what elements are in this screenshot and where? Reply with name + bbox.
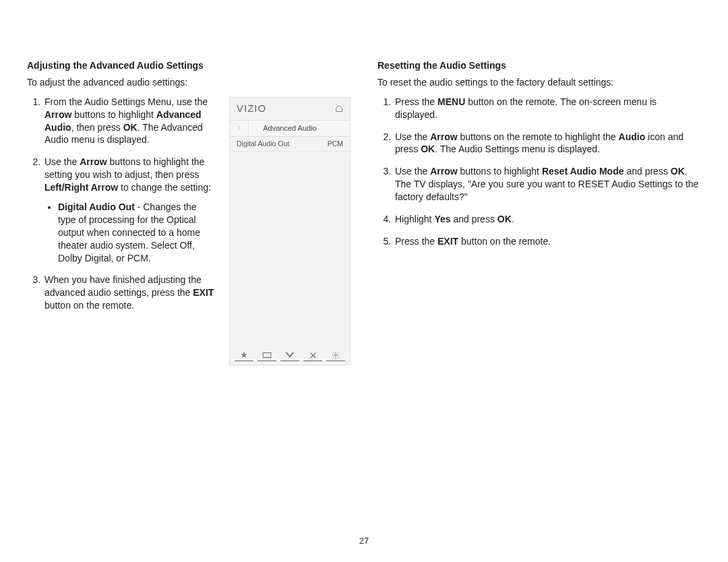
- home-icon: [335, 104, 343, 113]
- left-content-wrap: From the Audio Settings Menu, use the Ar…: [27, 96, 351, 365]
- text: Highlight: [395, 214, 434, 224]
- text: button on the remote.: [458, 236, 551, 247]
- tv-row-value: PCM: [328, 139, 343, 148]
- bold: Arrow: [44, 109, 71, 120]
- left-steps: From the Audio Settings Menu, use the Ar…: [27, 96, 216, 321]
- bold: Yes: [434, 214, 450, 224]
- left-step-1: From the Audio Settings Menu, use the Ar…: [43, 96, 216, 147]
- text: to change the setting:: [118, 182, 211, 193]
- text: Use the: [44, 156, 80, 167]
- bold: EXIT: [193, 287, 214, 298]
- bold: Arrow: [430, 131, 457, 142]
- gear-icon: [326, 350, 345, 361]
- left-column: Adjusting the Advanced Audio Settings To…: [27, 59, 351, 365]
- left-intro: To adjust the advanced audio settings:: [27, 76, 351, 89]
- bold: Digital Audio Out: [58, 201, 135, 212]
- bold: OK: [123, 122, 138, 133]
- bold: EXIT: [437, 236, 458, 247]
- tv-menu-title: Advanced Audio: [249, 123, 331, 133]
- left-bullet-1: Digital Audio Out - Changes the type of …: [58, 201, 216, 264]
- bold: OK: [671, 166, 685, 177]
- back-arrow-icon: [230, 121, 249, 136]
- bold: Arrow: [80, 156, 107, 167]
- text: button on the remote.: [44, 300, 134, 311]
- bold: Reset Audio Mode: [542, 166, 624, 177]
- left-step-2: Use the Arrow buttons to highlight the s…: [43, 156, 216, 264]
- text: Use the: [395, 131, 430, 142]
- x-icon: [303, 350, 322, 361]
- tv-menu-screenshot: VIZIO Advanced Audio Digital Audio Out P…: [229, 97, 351, 365]
- page-number: 27: [0, 536, 728, 546]
- right-step-4: Highlight Yes and press OK.: [394, 213, 701, 226]
- text: and press: [624, 166, 671, 177]
- text: From the Audio Settings Menu, use the: [44, 96, 208, 107]
- text: buttons to highlight: [458, 166, 542, 177]
- text: When you have finished adjusting the adv…: [44, 274, 202, 298]
- right-step-3: Use the Arrow buttons to highlight Reset…: [394, 165, 701, 204]
- text: , then press: [71, 122, 123, 133]
- right-ordered-list: Press the MENU button on the remote. The…: [377, 96, 701, 248]
- tv-header: VIZIO: [230, 98, 350, 121]
- left-step-3: When you have finished adjusting the adv…: [43, 274, 216, 312]
- svg-rect-0: [263, 353, 271, 358]
- right-step-1: Press the MENU button on the remote. The…: [394, 96, 701, 121]
- tv-menu-row: Digital Audio Out PCM: [230, 137, 350, 152]
- text: Press the: [395, 96, 437, 107]
- right-heading: Resetting the Audio Settings: [377, 59, 701, 72]
- rectangle-icon: [257, 350, 276, 361]
- tv-footer-icons: [230, 347, 350, 365]
- right-column: Resetting the Audio Settings To reset th…: [377, 59, 701, 365]
- svg-point-1: [335, 354, 337, 356]
- right-step-5: Press the EXIT button on the remote.: [394, 235, 701, 248]
- bold: MENU: [437, 96, 465, 107]
- bold: Audio: [619, 131, 646, 142]
- text: buttons on the remote to highlight the: [458, 131, 619, 142]
- text: . The Audio Settings menu is displayed.: [435, 144, 600, 154]
- manual-page: Adjusting the Advanced Audio Settings To…: [0, 0, 728, 365]
- tv-row-label: Digital Audio Out: [237, 139, 289, 148]
- right-intro: To reset the audio settings to the facto…: [377, 76, 701, 89]
- right-step-2: Use the Arrow buttons on the remote to h…: [394, 131, 701, 156]
- bold: Left/Right Arrow: [44, 182, 118, 193]
- left-bullet-list: Digital Audio Out - Changes the type of …: [44, 201, 216, 264]
- bold: Arrow: [430, 166, 457, 177]
- text: .: [512, 214, 514, 224]
- bold: OK: [497, 214, 512, 224]
- bold: OK: [421, 144, 435, 154]
- left-ordered-list: From the Audio Settings Menu, use the Ar…: [27, 96, 216, 312]
- vizio-logo: VIZIO: [237, 102, 266, 115]
- left-heading: Adjusting the Advanced Audio Settings: [27, 59, 351, 72]
- text: and press: [451, 214, 497, 224]
- v-icon: [280, 350, 299, 361]
- text: buttons to highlight: [71, 109, 156, 120]
- tv-titlebar: Advanced Audio: [230, 121, 350, 137]
- text: Use the: [395, 166, 430, 177]
- star-icon: [235, 350, 253, 361]
- text: Press the: [395, 236, 437, 247]
